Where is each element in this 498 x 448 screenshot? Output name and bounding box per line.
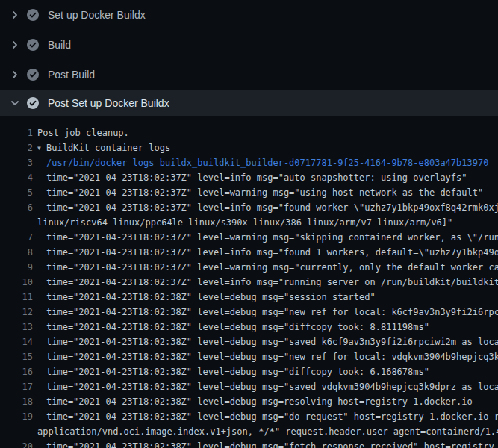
log-line-text: time="2021-04-23T18:02:38Z" level=debug … — [46, 364, 429, 379]
log-line: 1Post job cleanup. — [0, 125, 498, 140]
log-line-number[interactable]: 1 — [0, 125, 33, 140]
step-row[interactable]: Post Build — [0, 60, 498, 90]
log-line-text: time="2021-04-23T18:02:38Z" level=debug … — [46, 409, 498, 424]
log-line: 8time="2021-04-23T18:02:37Z" level=info … — [0, 245, 498, 260]
log-line-number[interactable]: 2 — [0, 140, 33, 155]
log-line-number[interactable]: 12 — [0, 305, 33, 320]
log-line-number[interactable]: 8 — [0, 245, 33, 260]
chevron-right-icon[interactable] — [9, 69, 21, 81]
check-circle-icon — [27, 69, 39, 81]
log-line-number[interactable]: 9 — [0, 260, 33, 275]
log-line: 15time="2021-04-23T18:02:38Z" level=debu… — [0, 349, 498, 364]
log-line-number[interactable]: 10 — [0, 275, 33, 290]
log-command-text: /usr/bin/docker logs buildx_buildkit_bui… — [46, 155, 488, 170]
step-label: Set up Docker Buildx — [48, 9, 146, 21]
log-line-text: time="2021-04-23T18:02:38Z" level=debug … — [46, 349, 498, 364]
log-line-text: time="2021-04-23T18:02:37Z" level=warnin… — [46, 185, 483, 200]
log-line: 5time="2021-04-23T18:02:37Z" level=warni… — [0, 185, 498, 200]
check-circle-icon — [27, 97, 39, 109]
log-line-number[interactable]: 19 — [0, 409, 33, 424]
log-area: 1Post job cleanup.2▼BuildKit container l… — [0, 116, 498, 448]
step-label: Post Set up Docker Buildx — [48, 97, 169, 109]
log-line-text: time="2021-04-23T18:02:38Z" level=debug … — [46, 335, 498, 349]
step-label: Build — [48, 39, 71, 51]
step-label: Post Build — [48, 69, 95, 81]
log-line: 14time="2021-04-23T18:02:38Z" level=debu… — [0, 335, 498, 349]
step-row[interactable]: Build — [0, 30, 498, 60]
group-title[interactable]: BuildKit container logs — [46, 143, 170, 153]
log-line: 20time="2021-04-23T18:02:38Z" level=debu… — [0, 439, 498, 448]
step-row[interactable]: Post Set up Docker Buildx — [0, 90, 498, 116]
check-circle-icon — [27, 39, 39, 51]
check-circle-icon — [27, 9, 39, 21]
log-line: 11time="2021-04-23T18:02:38Z" level=debu… — [0, 290, 498, 305]
log-line-text: time="2021-04-23T18:02:38Z" level=debug … — [46, 290, 376, 305]
log-line-text: time="2021-04-23T18:02:37Z" level=info m… — [46, 275, 498, 290]
chevron-down-icon[interactable] — [9, 97, 21, 109]
log-line: 9time="2021-04-23T18:02:37Z" level=warni… — [0, 260, 498, 275]
log-line-text: time="2021-04-23T18:02:37Z" level=warnin… — [46, 230, 498, 245]
log-line-number[interactable]: 4 — [0, 170, 33, 185]
log-line-text: ▼BuildKit container logs — [37, 140, 170, 155]
log-line: 4time="2021-04-23T18:02:37Z" level=info … — [0, 170, 498, 185]
log-line-number[interactable]: 16 — [0, 364, 33, 379]
log-line-number — [0, 215, 33, 230]
log-line-text: time="2021-04-23T18:02:38Z" level=debug … — [46, 379, 498, 394]
log-line-number[interactable]: 20 — [0, 439, 33, 448]
log-line-continuation: linux/riscv64 linux/ppc64le linux/s390x … — [0, 215, 498, 230]
log-line: 10time="2021-04-23T18:02:37Z" level=info… — [0, 275, 498, 290]
log-line: 7time="2021-04-23T18:02:37Z" level=warni… — [0, 230, 498, 245]
log-line-number[interactable]: 6 — [0, 200, 33, 215]
chevron-right-icon[interactable] — [9, 9, 21, 21]
log-line: 13time="2021-04-23T18:02:38Z" level=debu… — [0, 320, 498, 335]
log-line-text: application/vnd.oci.image.index.v1+json,… — [37, 424, 498, 439]
log-line-number[interactable]: 18 — [0, 394, 33, 409]
log-line-text: time="2021-04-23T18:02:37Z" level=info m… — [46, 245, 498, 260]
log-line-number[interactable]: 13 — [0, 320, 33, 335]
actions-log-viewer: Set up Docker BuildxBuildPost BuildPost … — [0, 0, 498, 448]
log-line-number[interactable]: 5 — [0, 185, 33, 200]
log-line: 19time="2021-04-23T18:02:38Z" level=debu… — [0, 409, 498, 424]
log-line-text: time="2021-04-23T18:02:37Z" level=info m… — [46, 200, 498, 215]
log-line-number[interactable]: 14 — [0, 335, 33, 349]
step-row[interactable]: Set up Docker Buildx — [0, 0, 498, 30]
log-line-text: Post job cleanup. — [37, 125, 129, 140]
log-line: 6time="2021-04-23T18:02:37Z" level=info … — [0, 200, 498, 215]
group-toggle-icon[interactable]: ▼ — [37, 141, 46, 155]
chevron-right-icon[interactable] — [9, 39, 21, 51]
log-line-continuation: application/vnd.oci.image.index.v1+json,… — [0, 424, 498, 439]
log-line-number[interactable]: 17 — [0, 379, 33, 394]
log-line-text: time="2021-04-23T18:02:37Z" level=info m… — [46, 170, 467, 185]
log-line: 16time="2021-04-23T18:02:38Z" level=debu… — [0, 364, 498, 379]
log-line: 18time="2021-04-23T18:02:38Z" level=debu… — [0, 394, 498, 409]
log-line-text: time="2021-04-23T18:02:38Z" level=debug … — [46, 439, 498, 448]
log-line-number — [0, 424, 33, 439]
log-line: 17time="2021-04-23T18:02:38Z" level=debu… — [0, 379, 498, 394]
steps-list: Set up Docker BuildxBuildPost BuildPost … — [0, 0, 498, 116]
log-line-text: time="2021-04-23T18:02:38Z" level=debug … — [46, 305, 498, 320]
log-line-text: time="2021-04-23T18:02:38Z" level=debug … — [46, 394, 473, 409]
log-line: 2▼BuildKit container logs — [0, 140, 498, 155]
log-line-number[interactable]: 7 — [0, 230, 33, 245]
log-line-text: time="2021-04-23T18:02:38Z" level=debug … — [46, 320, 429, 335]
log-line-number[interactable]: 11 — [0, 290, 33, 305]
log-line-number[interactable]: 15 — [0, 349, 33, 364]
log-line: 3/usr/bin/docker logs buildx_buildkit_bu… — [0, 155, 498, 170]
log-line: 12time="2021-04-23T18:02:38Z" level=debu… — [0, 305, 498, 320]
log-line-text: linux/riscv64 linux/ppc64le linux/s390x … — [37, 215, 452, 230]
log-line-number[interactable]: 3 — [0, 155, 33, 170]
log-line-text: time="2021-04-23T18:02:37Z" level=warnin… — [46, 260, 498, 275]
